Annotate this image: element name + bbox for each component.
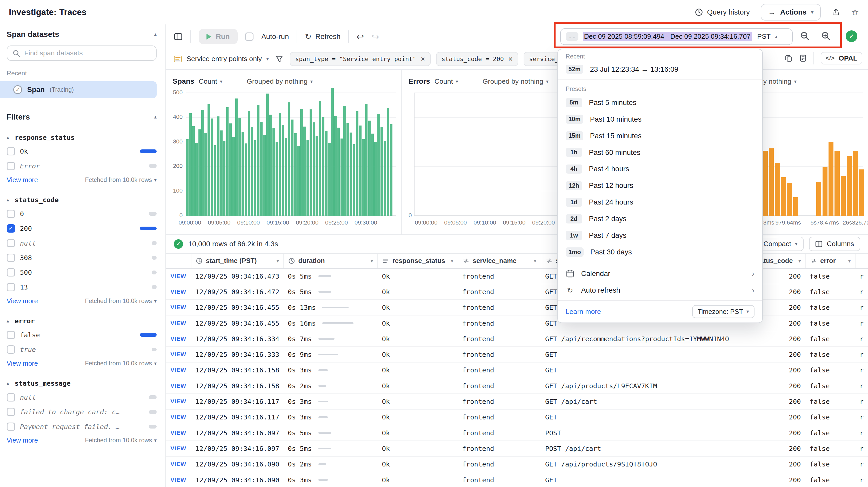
checkbox[interactable] [7,283,15,291]
checkbox[interactable] [7,239,15,248]
view-link[interactable]: VIEW [170,320,186,327]
view-link[interactable]: VIEW [170,351,186,358]
scope-label: Service entry points only [186,55,262,63]
time-preset-item[interactable]: 1wPast 7 days [558,227,762,244]
funnel-icon[interactable] [275,55,283,63]
chip-remove-icon[interactable]: × [508,55,513,63]
checkbox[interactable] [7,423,15,431]
chip-remove-icon[interactable]: × [421,55,425,63]
calendar-menu-item[interactable]: Calendar › [558,265,762,282]
time-range-input[interactable]: -- Dec 09 2025 08:59:09.494 - Dec 09 202… [560,28,793,45]
zoom-in-icon[interactable] [821,31,831,41]
start-time-cell: 12/09/25 09:34:16.455 [191,315,283,331]
spans-metric-dropdown[interactable]: Count▾ [199,78,222,86]
view-more-link[interactable]: View more [7,297,38,305]
learn-more-link[interactable]: Learn more [566,308,601,316]
checkbox[interactable] [7,147,15,155]
timezone-button[interactable]: Timezone: PST ▾ [692,305,754,318]
time-preset-item[interactable]: 2dPast 2 days [558,210,762,227]
checkbox[interactable] [7,254,15,262]
view-link[interactable]: VIEW [170,273,186,280]
time-preset-item[interactable]: 12hPast 12 hours [558,177,762,194]
column-header-extra[interactable] [855,254,868,268]
time-preset-item[interactable]: 5mPast 5 minutes [558,94,762,111]
checkbox[interactable] [7,162,15,170]
bar [380,127,383,216]
time-preset-item[interactable]: 4hPast 4 hours [558,161,762,177]
run-button[interactable]: Run [199,29,238,45]
view-more-link[interactable]: View more [7,360,38,367]
collapse-chevron-icon[interactable]: ▴ [154,114,157,119]
dataset-item-span[interactable]: ✓ Span (Tracing) [0,81,157,98]
view-link[interactable]: VIEW [170,398,186,405]
checkbox[interactable] [7,408,15,416]
time-preset-item[interactable]: 15mPast 15 minutes [558,127,762,144]
time-preset-item[interactable]: 10mPast 10 minutes [558,111,762,127]
column-header-view[interactable] [166,254,191,268]
view-link[interactable]: VIEW [170,461,186,467]
view-more-link[interactable]: View more [7,176,38,184]
view-link[interactable]: VIEW [170,304,186,311]
zoom-out-icon[interactable] [800,31,810,41]
fetched-info[interactable]: Fetched from 10.0k rows ▾ [85,297,157,305]
errors-groupby-dropdown[interactable]: Grouped by nothing▾ [483,78,549,86]
spans-groupby-dropdown[interactable]: Grouped by nothing▾ [247,78,313,86]
checkbox[interactable] [7,345,15,354]
recent-time-item[interactable]: 52m23 Jul 12:23:34 → 13:16:09 [558,62,762,77]
view-more-link[interactable]: View more [7,437,38,444]
view-link[interactable]: VIEW [170,382,186,389]
search-input[interactable] [24,49,151,57]
time-preset-item[interactable]: 1hPast 60 minutes [558,144,762,161]
service-entry-points-dropdown[interactable]: Service entry points only ▾ [174,55,269,63]
actions-button[interactable]: → Actions ▾ [761,4,820,21]
checkbox[interactable] [7,331,15,339]
undo-icon[interactable]: ↩ [356,32,364,41]
columns-button[interactable]: Columns [809,237,860,251]
copy-icon[interactable] [785,54,793,62]
query-history-button[interactable]: Query history [695,8,750,17]
column-header-duration[interactable]: duration▾ [283,254,377,268]
column-header-response_status[interactable]: response_status▾ [377,254,458,268]
fetched-info[interactable]: Fetched from 10.0k rows ▾ [85,176,157,183]
extra-cell: r [855,269,868,284]
errors-metric-dropdown[interactable]: Count▾ [435,78,458,86]
filter-chip[interactable]: span_type = "Service entry point"× [290,52,431,66]
checkbox[interactable] [7,210,15,218]
dataset-search[interactable] [7,46,157,61]
compact-dropdown[interactable]: Compact ▾ [757,237,804,251]
checkbox[interactable]: ✓ [7,224,15,233]
collapse-chevron-icon[interactable]: ▴ [154,32,157,37]
filter-group-header[interactable]: ▴response_status [7,134,157,141]
share-button[interactable] [832,8,840,17]
fetched-info[interactable]: Fetched from 10.0k rows ▾ [85,437,157,444]
filter-group-header[interactable]: ▴error [7,317,157,325]
view-link[interactable]: VIEW [170,477,186,483]
auto-run-checkbox[interactable] [245,32,253,41]
view-link[interactable]: VIEW [170,414,186,421]
column-header-start_time[interactable]: start_time (PST)▾ [191,254,283,268]
panel-toggle-icon[interactable] [174,32,183,41]
filter-group-header[interactable]: ▴status_message [7,379,157,387]
refresh-button[interactable]: ↻ Refresh [305,32,341,41]
time-preset-item[interactable]: 1dPast 24 hours [558,194,762,210]
checkbox[interactable] [7,268,15,277]
redo-icon[interactable]: ↪ [372,32,379,41]
filter-group-header[interactable]: ▴status_code [7,196,157,204]
favorite-star-icon[interactable]: ☆ [851,7,859,18]
time-preset-item[interactable]: 1moPast 30 days [558,244,762,260]
view-link[interactable]: VIEW [170,367,186,373]
column-header-error[interactable]: error▾ [805,254,855,268]
view-link[interactable]: VIEW [170,445,186,452]
column-header-service_name[interactable]: service_name▾ [458,254,541,268]
checkbox[interactable] [7,393,15,401]
view-link[interactable]: VIEW [170,430,186,436]
view-link[interactable]: VIEW [170,288,186,295]
service-name-cell: frontend [458,315,541,331]
document-icon[interactable] [799,54,807,62]
auto-refresh-menu-item[interactable]: ↻ Auto refresh › [558,282,762,298]
filter-chip[interactable]: status_code = 200× [436,52,518,66]
fetched-info[interactable]: Fetched from 10.0k rows ▾ [85,360,157,367]
bar [334,116,337,216]
view-link[interactable]: VIEW [170,336,186,342]
opal-button[interactable]: </> OPAL [821,52,863,64]
